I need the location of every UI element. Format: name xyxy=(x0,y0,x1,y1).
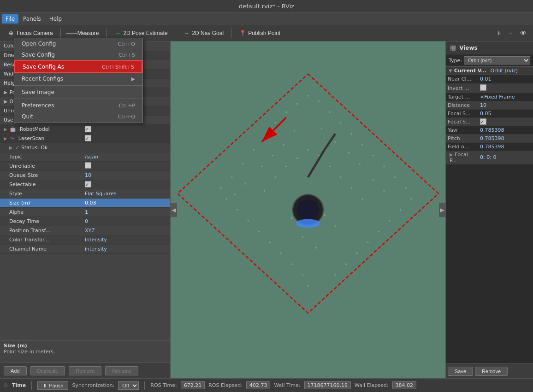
svg-point-34 xyxy=(334,274,336,276)
prop-laser-scan[interactable]: ▶ 〜 LaserScan xyxy=(0,134,170,143)
menu-preferences[interactable]: Preferences Ctrl+P xyxy=(14,100,142,111)
views-save-btn[interactable]: Save xyxy=(448,367,473,376)
svg-point-53 xyxy=(294,130,296,132)
views-remove-btn[interactable]: Remove xyxy=(475,367,508,376)
preferences-label: Preferences xyxy=(22,102,54,109)
measure-icon: —— xyxy=(68,29,76,37)
views-type-select[interactable]: Orbit (rviz) xyxy=(464,56,530,64)
menu-open-config[interactable]: Open Config Ctrl+O xyxy=(14,38,142,49)
ros-elapsed-value: 402.73 xyxy=(246,381,271,389)
prop-topic: Topic /scan xyxy=(0,152,170,161)
svg-point-11 xyxy=(253,149,255,151)
robot-model-checkbox[interactable] xyxy=(85,126,91,132)
views-type-label: Type: xyxy=(449,58,462,64)
sync-select[interactable]: Off xyxy=(118,381,139,390)
views-section-header: ▼ Current V... Orbit (rviz) xyxy=(446,67,533,75)
views-prop-invert: Invert ... xyxy=(446,83,533,93)
svg-point-56 xyxy=(348,152,350,154)
menu-help[interactable]: Help xyxy=(46,14,65,23)
prop-size-m[interactable]: Size (m) 0.03 xyxy=(0,198,170,207)
pose-estimate-icon: → xyxy=(114,29,121,37)
menu-save-image[interactable]: Save Image xyxy=(14,87,142,98)
menu-recent-configs[interactable]: Recent Configs ▶ xyxy=(14,73,142,84)
svg-point-7 xyxy=(274,122,276,124)
prop-queue-size: Queue Size 10 xyxy=(0,170,170,180)
svg-point-55 xyxy=(283,144,284,146)
focus-camera-btn[interactable]: ⊕ Focus Camera xyxy=(4,28,57,38)
remove-display-btn[interactable]: − xyxy=(506,29,515,37)
selectable-checkbox[interactable] xyxy=(85,181,91,187)
unreliable-laser-checkbox[interactable] xyxy=(85,162,91,169)
current-view-label: Current V... xyxy=(454,68,487,74)
menu-save-config[interactable]: Save Config Ctrl+S xyxy=(14,49,142,60)
status-description: Point size in meters. xyxy=(4,349,166,355)
nav-goal-label: 2D Nav Goal xyxy=(192,30,224,36)
pause-btn[interactable]: ⏸ Pause xyxy=(37,381,68,390)
svg-point-50 xyxy=(302,236,303,238)
title-text: default.rviz* - RViz xyxy=(239,3,294,10)
pose-estimate-btn[interactable]: → 2D Pose Estimate xyxy=(110,28,171,38)
visibility-btn[interactable]: 👁 xyxy=(517,29,529,37)
save-config-as-label: Save Config As xyxy=(23,64,64,70)
menu-panels[interactable]: Panels xyxy=(19,14,45,23)
svg-point-32 xyxy=(345,263,347,265)
save-config-as-shortcut: Ctrl+Shift+S xyxy=(102,64,134,70)
svg-point-61 xyxy=(245,183,247,185)
publish-point-btn[interactable]: 📍 Publish Point xyxy=(235,28,284,38)
svg-point-52 xyxy=(321,128,323,129)
ros-elapsed-label: ROS Elapsed: xyxy=(208,382,243,388)
invert-checkbox[interactable] xyxy=(480,84,486,91)
duplicate-button[interactable]: Duplicate xyxy=(30,366,65,375)
menu-file[interactable]: File xyxy=(2,14,18,23)
svg-point-58 xyxy=(359,163,361,165)
save-config-label: Save Config xyxy=(22,52,55,58)
prop-robot-model[interactable]: ▶ 🤖 RobotModel xyxy=(0,124,170,134)
views-prop-table: Near Cl... 0.01 Invert ... Target ... <F… xyxy=(446,75,533,164)
svg-point-48 xyxy=(291,217,293,219)
pose-estimate-label: 2D Pose Estimate xyxy=(123,30,167,36)
collapse-left-btn[interactable]: ◀ xyxy=(171,203,177,217)
svg-point-29 xyxy=(280,252,282,254)
prop-channel-name: Channel Name intensity xyxy=(0,244,170,253)
toolbar-sep-1 xyxy=(60,29,61,38)
nav-goal-btn[interactable]: → 2D Nav Goal xyxy=(179,28,227,38)
scene-svg xyxy=(171,41,445,378)
svg-point-23 xyxy=(248,220,249,222)
menu-save-config-as[interactable]: Save Config As Ctrl+Shift+S xyxy=(14,60,142,73)
focal-s2-checkbox[interactable] xyxy=(480,118,486,125)
svg-point-54 xyxy=(334,141,336,143)
remove-button[interactable]: Remove xyxy=(69,366,101,375)
views-prop-focal-s1: Focal S... 0.05 xyxy=(446,109,533,117)
svg-point-2 xyxy=(318,100,320,102)
svg-point-15 xyxy=(231,176,233,178)
menu-sep-1 xyxy=(14,85,142,86)
views-prop-focal-p: ▶ Focal P... 0; 0; 0 xyxy=(446,151,533,164)
views-prop-yaw: Yaw 0.785398 xyxy=(446,126,533,134)
ros-time-value: 672.21 xyxy=(181,381,205,389)
quit-shortcut: Ctrl+Q xyxy=(118,114,135,120)
svg-point-27 xyxy=(269,241,271,243)
svg-point-41 xyxy=(340,176,342,178)
svg-point-60 xyxy=(373,179,374,181)
views-panel-header: ▦ Views xyxy=(446,41,533,54)
svg-point-33 xyxy=(302,274,303,276)
svg-point-25 xyxy=(258,231,260,233)
svg-point-47 xyxy=(324,215,326,216)
prop-alpha: Alpha 1 xyxy=(0,207,170,216)
add-button[interactable]: Add xyxy=(4,366,27,375)
svg-point-62 xyxy=(383,190,385,192)
rename-button[interactable]: Rename xyxy=(105,366,138,375)
ros-time-label: ROS Time: xyxy=(150,382,177,388)
add-display-btn[interactable]: + xyxy=(494,29,503,37)
laser-scan-checkbox[interactable] xyxy=(85,135,91,141)
collapse-right-btn[interactable]: ▶ xyxy=(439,203,445,217)
views-properties: Near Cl... 0.01 Invert ... Target ... <F… xyxy=(446,75,533,363)
toolbar-sep-3 xyxy=(175,29,175,38)
menu-quit[interactable]: Quit Ctrl+Q xyxy=(14,111,142,122)
wall-time-label: Wall Time: xyxy=(274,382,300,388)
views-prop-pitch: Pitch 0.785398 xyxy=(446,134,533,142)
measure-btn[interactable]: —— Measure xyxy=(65,28,103,38)
file-dropdown: Open Config Ctrl+O Save Config Ctrl+S Sa… xyxy=(14,38,143,123)
views-prop-focal-s2: Focal S... xyxy=(446,117,533,126)
views-prop-field-o: Field o... 0.785398 xyxy=(446,142,533,151)
